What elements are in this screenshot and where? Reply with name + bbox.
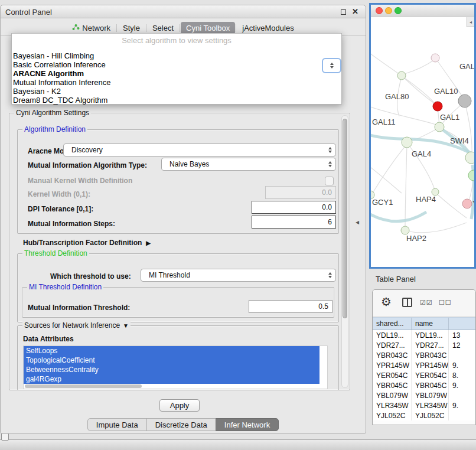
table-cell[interactable]: YJL052C [412,410,449,420]
hub-transcription-factor-section[interactable]: Hub/Transcription Factor Definition ▶ [23,239,151,247]
table-cell[interactable]: YDL19... [412,330,449,340]
mi-threshold-field[interactable]: 0.5 [249,300,332,313]
network-canvas[interactable]: GAL7GAL80GAL10GAL11GAL1SWI4GAL4GCY1HAP4H… [371,17,474,267]
table-cell[interactable]: YBR043C [373,350,412,360]
table-cell[interactable]: YER054C [412,370,449,380]
table-cell[interactable]: 12 [449,340,476,350]
table-cell[interactable]: YPR145W [373,360,412,370]
table-cell[interactable]: YJL052C [373,410,412,420]
table-cell[interactable]: 9. [449,400,476,410]
close-traffic-light[interactable] [376,7,383,14]
table-row[interactable]: YBR045CYBR045C9. [373,380,475,390]
table-cell[interactable]: 9. [449,380,476,390]
table-cell[interactable]: YDR27... [412,340,449,350]
table-cell[interactable]: 9. [449,360,476,370]
algorithm-option[interactable]: Dream8 DC_TDC Algorithm [12,96,341,105]
tab-label: Select [152,24,174,32]
node-label: GCY1 [372,198,393,207]
attribute-item[interactable]: BetweennessCentrality [24,365,319,374]
table-row[interactable]: YBR043CYBR043C [373,350,475,360]
column-header[interactable]: name [412,318,449,330]
bottom-tab-infer-network[interactable]: Infer Network [216,418,279,431]
kernel-width-field[interactable]: 0.0 [265,186,336,199]
settings-gear-icon[interactable]: ⚙ [381,295,392,309]
network-node[interactable] [458,94,471,107]
table-cell[interactable] [449,390,476,400]
column-header[interactable] [449,318,476,330]
table-row[interactable]: YJL052CYJL052C [373,410,475,420]
control-panel-titlebar[interactable]: Control Panel ✕ [1,5,366,18]
table-cell[interactable]: YLR345W [412,400,449,410]
select-all-checkboxes-icon[interactable]: ☑☑ [420,299,433,306]
table-cell[interactable]: YBL079W [412,390,449,400]
network-node[interactable] [431,54,439,62]
network-node[interactable] [462,199,472,208]
table-cell[interactable]: YBR045C [373,380,412,390]
table-cell[interactable]: YBR043C [412,350,449,360]
table-cell[interactable]: YDL19... [373,330,412,340]
network-node[interactable] [433,102,442,111]
table-cell[interactable]: YLR345W [373,400,412,410]
data-attributes-list[interactable]: SelfLoopsTopologicalCoefficientBetweenne… [23,345,328,389]
column-header[interactable]: shared... [373,318,412,330]
tab-style[interactable]: Style [118,22,145,34]
algorithm-option[interactable]: Bayesian - K2 [12,87,341,96]
table-cell[interactable]: YPR145W [412,360,449,370]
algorithm-option[interactable]: Bayesian - Hill Climbing [12,51,341,60]
tab-network[interactable]: Network [67,22,116,34]
network-node[interactable] [401,226,409,234]
table-row[interactable]: YPR145WYPR145W9. [373,360,475,370]
table-cell[interactable]: YER054C [373,370,412,380]
float-window-icon[interactable] [341,9,346,15]
attribute-item[interactable]: SelfLoops [24,346,319,356]
tab-cyni-toolbox[interactable]: Cyni Toolbox [181,22,235,34]
network-node[interactable] [435,122,444,132]
table-row[interactable]: YER054CYER054C8. [373,370,475,380]
panel-collapse-handle[interactable]: ◂ [356,218,359,226]
bottom-tab-discretize-data[interactable]: Discretize Data [146,418,216,431]
tab-jactivemodules[interactable]: jActiveModules [237,22,299,34]
attribute-item[interactable]: TopologicalCoefficient [24,356,319,365]
table-cell[interactable] [449,410,476,420]
network-node[interactable] [402,137,412,148]
mi-steps-field[interactable]: 6 [252,216,336,229]
table-row[interactable]: YDR27...YDR27...12 [373,340,475,350]
table-cell[interactable]: YDR27... [373,340,412,350]
dpi-tolerance-field[interactable]: 0.0 [252,201,336,214]
algorithm-option[interactable]: Mutual Information Inference [12,78,341,87]
apply-button[interactable]: Apply [159,399,200,412]
minimize-traffic-light[interactable] [385,7,392,14]
table-cell[interactable]: 8. [449,370,476,380]
column-layout-icon[interactable] [402,298,412,307]
network-node[interactable] [397,71,406,80]
horizontal-scrollbar-thumb[interactable] [25,384,142,388]
table-cell[interactable]: 13 [449,330,476,340]
network-node[interactable] [468,170,474,181]
table-row[interactable]: YBL079WYBL079W [373,390,475,400]
network-window-titlebar[interactable] [371,5,474,17]
table-row[interactable]: YDL19...YDL19...13 [373,330,475,340]
deselect-all-checkboxes-icon[interactable]: ☐☐ [439,299,452,306]
algorithm-option[interactable]: Basic Correlation Inference [12,60,341,69]
bottom-tab-impute-data[interactable]: Impute Data [87,418,147,431]
attribute-item[interactable]: gal4RGexp [24,374,319,384]
table-row[interactable]: YLR345WYLR345W9. [373,400,475,410]
which-threshold-combobox[interactable]: MI Threshold [141,269,336,282]
aracne-mode-combobox[interactable]: Discovery [63,144,336,156]
manual-kernel-width-checkbox[interactable] [325,177,334,185]
zoom-traffic-light[interactable] [395,7,402,14]
algorithm-combobox-fragment[interactable] [322,58,341,73]
scrollbar-corner[interactable]: ◂ [467,17,474,27]
table-cell[interactable]: YBL079W [373,390,412,400]
settings-scrollbar[interactable] [341,115,348,388]
table-cell[interactable] [449,350,476,360]
tab-select[interactable]: Select [147,22,179,34]
close-icon[interactable]: ✕ [352,7,358,16]
algorithm-option[interactable]: ARACNE Algorithm [12,69,341,78]
network-node[interactable] [465,152,474,164]
settings-scrollbar-thumb[interactable] [343,119,347,318]
show-panel-icon[interactable] [1,433,9,441]
table-cell[interactable]: YBR045C [412,380,449,390]
sources-group-title[interactable]: Sources for Network Inference ▼ [22,321,131,330]
mi-algorithm-type-combobox[interactable]: Naive Bayes [161,158,336,171]
